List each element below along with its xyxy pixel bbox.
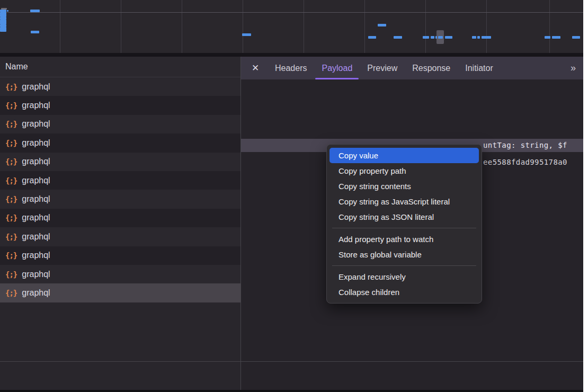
json-braces-icon: {;}	[5, 83, 17, 91]
waterfall-bar[interactable]	[482, 36, 491, 39]
request-row[interactable]: {;}graphql	[0, 246, 240, 265]
name-column-label: Name	[5, 62, 28, 71]
overview-gridline	[486, 0, 487, 53]
overview-gridline	[121, 0, 121, 53]
waterfall-bar[interactable]	[435, 36, 437, 39]
devtools-network-panel: Name {;}graphql{;}graphql{;}graphql{;}gr…	[0, 0, 583, 392]
overview-gridline	[425, 0, 426, 53]
more-tabs-icon[interactable]: »	[571, 63, 575, 74]
request-name-label: graphql	[22, 176, 50, 185]
operationname-property-row[interactable]: operationName: "ipFlowTimeseries"	[241, 125, 583, 138]
request-name-label: graphql	[22, 138, 50, 148]
overview-gridline	[60, 0, 60, 53]
request-name-label: graphql	[22, 213, 50, 222]
overview-gridline	[243, 0, 243, 53]
tab-response[interactable]: Response	[405, 57, 458, 79]
request-row[interactable]: {;}graphql	[0, 283, 240, 302]
request-row[interactable]: {;}graphql	[0, 77, 240, 96]
waterfall-bar[interactable]	[545, 36, 550, 39]
waterfall-bar[interactable]	[394, 36, 402, 39]
network-overview-timeline[interactable]	[0, 0, 583, 53]
waterfall-bar[interactable]	[0, 29, 6, 32]
menu-item-copy-string-as-javascript-literal[interactable]: Copy string as JavaScript literal	[327, 194, 482, 209]
menu-separator	[332, 228, 476, 228]
footer-divider	[0, 361, 583, 362]
payload-root-row[interactable]: ▼ {operationName: "ipFlowTimeseries", va…	[241, 109, 583, 121]
overview-gridline	[304, 0, 304, 53]
overview-divider	[0, 53, 583, 57]
menu-item-collapse-children[interactable]: Collapse children	[327, 284, 482, 300]
property-value-continuation: untTag: string, $f	[483, 139, 567, 152]
request-name-label: graphql	[22, 251, 50, 260]
request-row[interactable]: {;}graphql	[0, 227, 240, 246]
json-braces-icon: {;}	[5, 176, 17, 185]
waterfall-bar[interactable]	[438, 36, 443, 39]
request-name-label: graphql	[22, 119, 50, 129]
request-row[interactable]: {;}graphql	[0, 115, 240, 133]
menu-item-copy-string-as-json-literal[interactable]: Copy string as JSON literal	[327, 209, 482, 225]
waterfall-bar[interactable]	[7, 10, 8, 12]
menu-separator	[332, 265, 476, 266]
menu-item-expand-recursively[interactable]: Expand recursively	[327, 269, 482, 284]
overview-gridline	[182, 0, 182, 53]
close-icon[interactable]: ✕	[252, 63, 261, 74]
tab-headers[interactable]: Headers	[268, 57, 314, 79]
detail-tabbar: ✕ HeadersPayloadPreviewResponseInitiator…	[241, 57, 583, 79]
overview-gridline	[549, 0, 550, 53]
request-row[interactable]: {;}graphql	[0, 190, 240, 208]
menu-item-add-property-path-to-watch[interactable]: Add property path to watch	[327, 231, 482, 247]
waterfall-bar[interactable]	[477, 36, 480, 39]
detail-tabs: HeadersPayloadPreviewResponseInitiator	[268, 57, 501, 79]
waterfall-bar[interactable]	[423, 36, 429, 39]
request-name-label: graphql	[22, 194, 50, 204]
overview-horizontal-gridline	[0, 12, 583, 13]
request-row[interactable]: {;}graphql	[0, 153, 240, 171]
json-braces-icon: {;}	[5, 289, 17, 297]
request-name-label: graphql	[22, 270, 50, 279]
json-braces-icon: {;}	[5, 157, 17, 166]
request-row[interactable]: {;}graphql	[0, 171, 240, 190]
waterfall-bar[interactable]	[552, 36, 560, 39]
waterfall-bar[interactable]	[242, 33, 251, 36]
json-braces-icon: {;}	[5, 233, 17, 241]
waterfall-bar[interactable]	[30, 10, 40, 12]
waterfall-bar[interactable]	[572, 36, 580, 39]
menu-item-copy-string-contents[interactable]: Copy string contents	[327, 179, 482, 194]
json-braces-icon: {;}	[5, 251, 17, 260]
request-name-label: graphql	[22, 288, 50, 298]
request-rows: {;}graphql{;}graphql{;}graphql{;}graphql…	[0, 77, 240, 302]
window-bottom-edge	[0, 390, 583, 392]
variables-preview-continuation: ee5588fdad995178a0	[483, 156, 567, 168]
request-row[interactable]: {;}graphql	[0, 209, 240, 227]
waterfall-bar[interactable]	[445, 36, 452, 39]
waterfall-bar[interactable]	[31, 31, 39, 33]
payload-section-header: ▼Request Payloadview source	[241, 88, 583, 101]
requests-list-panel: Name {;}graphql{;}graphql{;}graphql{;}gr…	[0, 57, 241, 390]
request-name-label: graphql	[22, 101, 50, 110]
tab-preview[interactable]: Preview	[360, 57, 405, 79]
devtools-screenshot: Name {;}graphql{;}graphql{;}graphql{;}gr…	[0, 0, 588, 392]
json-braces-icon: {;}	[5, 213, 17, 222]
waterfall-bar[interactable]	[368, 36, 376, 39]
waterfall-bar[interactable]	[472, 36, 476, 39]
tab-initiator[interactable]: Initiator	[458, 57, 500, 79]
context-menu: Copy valueCopy property pathCopy string …	[326, 144, 482, 304]
waterfall-bar[interactable]	[378, 24, 386, 26]
json-braces-icon: {;}	[5, 139, 17, 147]
tab-payload[interactable]: Payload	[314, 57, 360, 79]
request-row[interactable]: {;}graphql	[0, 133, 240, 152]
request-name-label: graphql	[22, 82, 50, 92]
waterfall-bar[interactable]	[431, 36, 434, 39]
request-name-label: graphql	[22, 157, 50, 166]
overview-gridline	[364, 0, 365, 53]
json-braces-icon: {;}	[5, 120, 17, 128]
json-braces-icon: {;}	[5, 195, 17, 203]
name-column-header[interactable]: Name	[0, 57, 240, 77]
json-braces-icon: {;}	[5, 101, 17, 110]
request-row[interactable]: {;}graphql	[0, 96, 240, 114]
menu-item-copy-value[interactable]: Copy value	[329, 148, 479, 163]
menu-item-copy-property-path[interactable]: Copy property path	[327, 163, 482, 179]
menu-item-store-as-global-variable[interactable]: Store as global variable	[327, 247, 482, 262]
request-row[interactable]: {;}graphql	[0, 265, 240, 283]
json-braces-icon: {;}	[5, 270, 17, 279]
